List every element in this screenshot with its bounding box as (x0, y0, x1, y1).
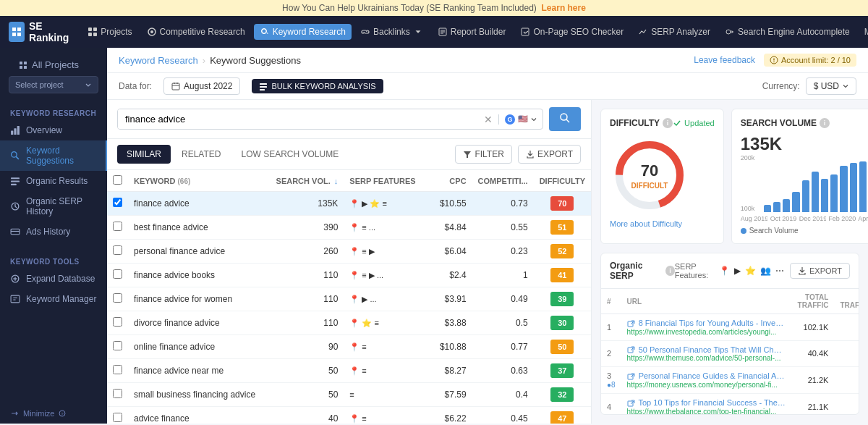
logo-text: SE Ranking (29, 20, 73, 43)
row-vol-6: 90 (271, 335, 344, 359)
nav-keyword-research[interactable]: Keyword Research (254, 24, 352, 40)
serp-info-icon[interactable]: i (665, 266, 675, 276)
export-button[interactable]: EXPORT (518, 145, 581, 164)
sidebar-item-keyword-suggestions[interactable]: Keyword Suggestions (0, 140, 107, 171)
main-content: Keyword Research › Keyword Suggestions L… (107, 48, 868, 424)
currency-row: Currency: $ USD (762, 77, 856, 95)
sort-indicator: ↓ (334, 177, 339, 185)
currency-label: Currency: (762, 81, 800, 91)
nav-backlinks[interactable]: Backlinks (354, 24, 429, 40)
serp-export-button[interactable]: EXPORT (790, 263, 850, 279)
more-difficulty-link[interactable]: More about Difficulty (610, 219, 682, 228)
url-header: URL (621, 289, 792, 314)
breadcrumb-parent[interactable]: Keyword Research (119, 55, 198, 66)
nav-competitive[interactable]: Competitive Research (141, 24, 251, 40)
project-select[interactable]: Select project (9, 76, 98, 93)
nav-on-page-seo[interactable]: On-Page SEO Checker (514, 24, 629, 40)
row-check-2[interactable] (107, 240, 128, 264)
nav-serp-analyzer[interactable]: SERP Analyzer (632, 24, 716, 40)
legend-dot (741, 228, 746, 234)
bulk-keyword-button[interactable]: BULK KEYWORD ANALYSIS (252, 79, 383, 93)
chart-bar (783, 199, 790, 212)
keyword-table: KEYWORD (66) SEARCH VOL. ↓ SERP FEATURES… (107, 170, 591, 424)
nav-autocomplete[interactable]: Search Engine Autocomplete (719, 24, 856, 40)
minimize-button[interactable]: Minimize ? (10, 409, 97, 418)
nav-serp-label: SERP Analyzer (651, 27, 710, 37)
nav-keyword-label: Keyword Research (273, 27, 346, 37)
search-button[interactable] (549, 107, 581, 131)
sidebar-item-organic-serp-history[interactable]: Organic SERP History (0, 191, 107, 222)
col-diff-header: DIFFICULTY (534, 170, 591, 192)
row-check-4[interactable] (107, 287, 128, 311)
bulk-icon (259, 82, 268, 91)
row-check-5[interactable] (107, 311, 128, 335)
sidebar-bottom: Minimize ? (0, 403, 107, 424)
keyword-tools-section: KEYWORD TOOLS Expand Database Keyword Ma… (0, 248, 107, 315)
breadcrumb-current: Keyword Suggestions (210, 55, 301, 66)
col-comp-header: COMPETITI... (472, 170, 534, 192)
sidebar-item-ads-history[interactable]: Ads History (0, 222, 107, 242)
sidebar-suggestions-label: Keyword Suggestions (26, 146, 95, 166)
expand-icon (10, 274, 20, 284)
all-projects-link[interactable]: All Projects (9, 54, 98, 76)
tab-related[interactable]: RELATED (172, 145, 230, 164)
nav-report-builder[interactable]: Report Builder (432, 24, 512, 40)
serp-title-text: Organic SERP (610, 261, 663, 281)
row-cpc-8: $7.59 (422, 383, 472, 407)
tab-low-search-volume[interactable]: LOW SEARCH VOLUME (231, 145, 348, 164)
cost-header: TOTALTRAFFIC COST (834, 289, 859, 314)
difficulty-info-icon[interactable]: i (663, 118, 673, 128)
row-check-3[interactable] (107, 264, 128, 287)
table-row: online finance advice 90 📍 ≡ $10.88 0.77… (107, 335, 591, 359)
date-button[interactable]: August 2022 (163, 77, 240, 95)
tab-similar[interactable]: SIMILAR (117, 145, 171, 164)
manager-icon (10, 294, 20, 304)
serp-cost-0: $944.7K (834, 314, 859, 341)
search-input[interactable] (118, 109, 478, 129)
search-engine-selector[interactable]: G 🇺🇸 (498, 114, 542, 125)
col-keyword-header[interactable]: KEYWORD (66) (128, 170, 271, 192)
svg-rect-25 (11, 177, 20, 179)
clear-search-icon[interactable]: ✕ (478, 114, 498, 125)
filter-button[interactable]: FILTER (455, 145, 511, 164)
sidebar-item-expand-database[interactable]: Expand Database (0, 269, 107, 289)
row-check-9[interactable] (107, 407, 128, 424)
select-all-checkbox[interactable] (113, 175, 122, 185)
row-diff-6: 50 (534, 335, 591, 359)
banner-link[interactable]: Learn here (542, 3, 586, 13)
row-check-8[interactable] (107, 383, 128, 407)
gauge-number: 70 (631, 161, 668, 180)
gauge-label: DIFFICULT (631, 182, 668, 190)
nav-more[interactable]: More (859, 24, 868, 40)
serp-traffic-3: 21.1K (792, 394, 835, 415)
currency-select[interactable]: $ USD (806, 77, 856, 95)
serp-feat-people: 👥 (760, 266, 771, 276)
section-title-tools: KEYWORD TOOLS (0, 253, 107, 269)
sidebar-item-organic-results[interactable]: Organic Results (0, 171, 107, 191)
row-check-0[interactable] (107, 192, 128, 216)
row-check-6[interactable] (107, 335, 128, 359)
difficulty-header: DIFFICULTY i Updated (610, 118, 715, 128)
serp-export-label: EXPORT (809, 266, 842, 275)
serp-export-icon (798, 266, 807, 275)
svg-text:?: ? (61, 412, 64, 416)
sidebar-item-overview[interactable]: Overview (0, 120, 107, 140)
row-serp-0: 📍 ▶ ⭐ ≡ (344, 192, 421, 216)
breadcrumb-separator: › (203, 55, 205, 66)
checkmark-icon (673, 119, 681, 127)
metrics-row: DIFFICULTY i Updated (600, 109, 859, 244)
serp-url-1: 50 Personal Finance Tips That Will Chang… (621, 340, 792, 367)
filter-icon (463, 150, 472, 159)
calendar-icon (171, 82, 180, 91)
vol-info-icon[interactable]: i (820, 118, 830, 128)
row-check-1[interactable] (107, 216, 128, 240)
serp-traffic-1: 40.4K (792, 340, 835, 367)
row-check-7[interactable] (107, 359, 128, 383)
row-diff-2: 52 (534, 240, 591, 264)
col-vol-header[interactable]: SEARCH VOL. ↓ (271, 170, 344, 192)
main-layout: All Projects Select project KEYWORD RESE… (0, 48, 868, 424)
nav-projects[interactable]: Projects (82, 24, 137, 40)
feedback-link[interactable]: Leave feedback (694, 55, 755, 65)
sidebar-item-keyword-manager[interactable]: Keyword Manager (0, 289, 107, 309)
row-serp-2: 📍 ≡ ▶ (344, 240, 421, 264)
